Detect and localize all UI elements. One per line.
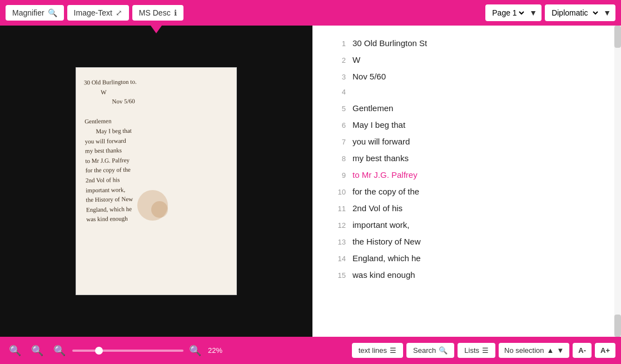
line-number: 5 [329,103,346,115]
line-number: 12 [329,220,346,232]
table-row: 5Gentlemen [329,102,604,115]
table-row: 13the History of New [329,235,604,248]
table-row: 9to Mr J.G. Palfrey [329,168,604,182]
lists-button[interactable]: Lists ☰ [458,343,495,358]
line-text: Gentlemen [352,102,393,115]
text-lines-icon: ☰ [390,346,396,355]
line-number: 14 [329,253,346,265]
ms-desc-icon: ℹ [174,8,177,17]
lists-icon: ☰ [482,346,489,355]
scroll-handle[interactable] [151,26,162,33]
text-lines-label: text lines [359,346,387,355]
ms-line-15: was kind enough [86,212,228,225]
scroll-thumb-top[interactable] [614,26,621,48]
page-select[interactable]: Page 1 Page 2 Page 3 [490,8,526,18]
search-button[interactable]: Search 🔍 [406,343,454,358]
table-row: 7you will forward [329,135,604,148]
line-text: 2nd Vol of his [352,202,403,215]
line-text: important work, [352,218,410,232]
transcription-lines: 130 Old Burlington St2W3Nov 5/6045Gentle… [329,37,604,282]
search-icon: 🔍 [439,346,448,355]
image-panel: 30 Old Burlington to. W Nov 5/60 Gentlem… [0,26,312,337]
line-text: Nov 5/60 [352,70,386,83]
zoom-out-icon: 🔍 [9,345,21,357]
line-number: 10 [329,187,346,198]
image-text-label: Image-Text [74,8,112,17]
magnifier-button[interactable]: Magnifier 🔍 [6,5,64,21]
line-number: 13 [329,237,346,248]
zoom-slider[interactable] [72,350,183,352]
scroll-track[interactable] [614,26,621,337]
line-number: 6 [329,120,346,132]
zoom-percent: 22% [208,346,230,355]
zoom-fit-button[interactable]: 🔍 [50,342,69,359]
font-smaller-label: A- [578,346,586,355]
ms-line-3: Nov 5/60 [112,95,226,107]
table-row: 2W [329,53,604,67]
no-selection-arrow-up: ▲ [547,346,554,355]
no-selection-dropdown[interactable]: No selection ▲ ▼ [499,343,569,358]
top-toolbar: Magnifier 🔍 Image-Text ⤢ MS Desc ℹ Page … [0,0,621,26]
line-text: 30 Old Burlington St [352,37,427,50]
manuscript-image: 30 Old Burlington to. W Nov 5/60 Gentlem… [76,67,237,295]
zoom-max-button[interactable]: 🔍 [186,342,205,359]
line-number: 4 [329,87,346,98]
mode-dropdown-icon: ▼ [603,8,611,17]
line-text: my best thanks [352,152,409,165]
table-row: 8my best thanks [329,152,604,165]
zoom-fit-icon: 🔍 [53,345,66,357]
manuscript-content: 30 Old Burlington to. W Nov 5/60 Gentlem… [76,67,237,233]
line-text: to Mr J.G. Palfrey [352,168,418,182]
zoom-in-button[interactable]: 🔍 [28,342,47,359]
zoom-max-icon: 🔍 [189,345,201,357]
no-selection-label: No selection [504,346,544,355]
line-number: 15 [329,270,346,282]
line-text: the History of New [352,235,421,248]
line-number: 2 [329,55,346,67]
table-row: 3Nov 5/60 [329,70,604,83]
line-text: was kind enough [352,268,415,282]
line-text: W [352,53,360,67]
bottom-toolbar: 🔍 🔍 🔍 🔍 22% text lines ☰ Search 🔍 Lists … [0,337,621,364]
text-panel: 130 Old Burlington St2W3Nov 5/6045Gentle… [312,26,621,337]
zoom-slider-container: 🔍 [72,342,205,359]
table-row: 4 [329,87,604,98]
text-lines-button[interactable]: text lines ☰ [352,343,403,358]
line-text: May I beg that [352,118,405,132]
font-larger-button[interactable]: A+ [595,343,615,358]
search-label: Search [413,346,436,355]
table-row: 10for the copy of the [329,185,604,198]
font-smaller-button[interactable]: A- [573,343,592,358]
table-row: 15was kind enough [329,268,604,282]
no-selection-arrow-down: ▼ [557,346,564,355]
magnifier-icon: 🔍 [48,8,57,17]
line-number: 7 [329,137,346,148]
line-number: 3 [329,72,346,83]
main-content: 30 Old Burlington to. W Nov 5/60 Gentlem… [0,26,621,337]
table-row: 6May I beg that [329,118,604,132]
zoom-in-icon: 🔍 [31,345,43,357]
lists-label: Lists [464,346,479,355]
line-text: England, which he [352,252,421,265]
zoom-out-button[interactable]: 🔍 [6,342,24,359]
line-number: 11 [329,203,346,215]
mode-selector[interactable]: Diplomatic Normalized Facsimile ▼ [545,4,615,21]
ms-desc-label: MS Desc [139,8,171,17]
line-number: 8 [329,153,346,165]
table-row: 112nd Vol of his [329,202,604,215]
mode-select[interactable]: Diplomatic Normalized Facsimile [549,8,600,18]
line-number: 1 [329,38,346,50]
page-dropdown-icon: ▼ [529,8,537,17]
image-text-button[interactable]: Image-Text ⤢ [67,5,129,21]
line-text: you will forward [352,135,410,148]
line-text: for the copy of the [352,185,419,198]
ms-desc-button[interactable]: MS Desc ℹ [132,5,183,21]
image-text-icon: ⤢ [116,8,122,17]
table-row: 130 Old Burlington St [329,37,604,50]
magnifier-label: Magnifier [12,8,44,17]
page-selector[interactable]: Page 1 Page 2 Page 3 ▼ [485,4,541,21]
line-number: 9 [329,170,346,182]
table-row: 14England, which he [329,252,604,265]
scroll-thumb-bottom[interactable] [614,315,621,337]
table-row: 12important work, [329,218,604,232]
